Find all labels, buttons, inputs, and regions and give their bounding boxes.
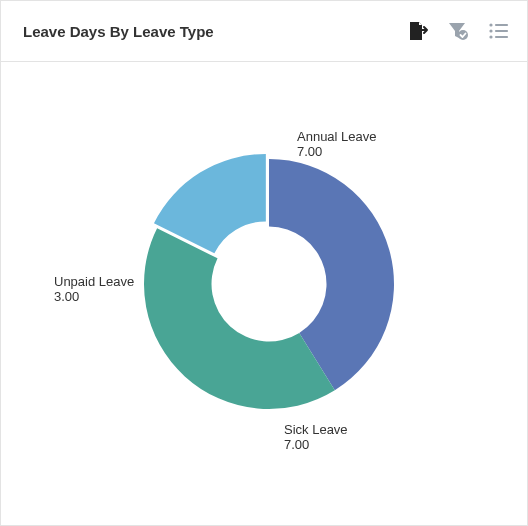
chart-area: Annual Leave 7.00 Sick Leave 7.00 Unpaid…	[1, 62, 527, 525]
chart-card: Leave Days By Leave Type	[0, 0, 528, 526]
svg-point-1	[489, 23, 492, 26]
slice-label-value: 7.00	[297, 145, 377, 160]
slice-sick-leave[interactable]	[144, 228, 335, 409]
slice-label-name: Unpaid Leave	[54, 275, 134, 290]
header-actions	[407, 20, 509, 42]
legend-icon	[487, 21, 509, 41]
slice-label-value: 3.00	[54, 290, 134, 305]
slice-label-annual: Annual Leave 7.00	[297, 130, 377, 160]
slice-label-value: 7.00	[284, 438, 348, 453]
filter-icon	[447, 21, 469, 41]
svg-point-0	[458, 30, 468, 40]
export-icon	[407, 21, 429, 41]
legend-button[interactable]	[487, 20, 509, 42]
svg-point-5	[489, 35, 492, 38]
slice-label-sick: Sick Leave 7.00	[284, 423, 348, 453]
export-button[interactable]	[407, 20, 429, 42]
slice-label-unpaid: Unpaid Leave 3.00	[54, 275, 134, 305]
card-title: Leave Days By Leave Type	[23, 23, 214, 40]
filter-button[interactable]	[447, 20, 469, 42]
slice-label-name: Sick Leave	[284, 423, 348, 438]
slice-label-name: Annual Leave	[297, 130, 377, 145]
card-header: Leave Days By Leave Type	[1, 1, 527, 62]
svg-point-3	[489, 29, 492, 32]
